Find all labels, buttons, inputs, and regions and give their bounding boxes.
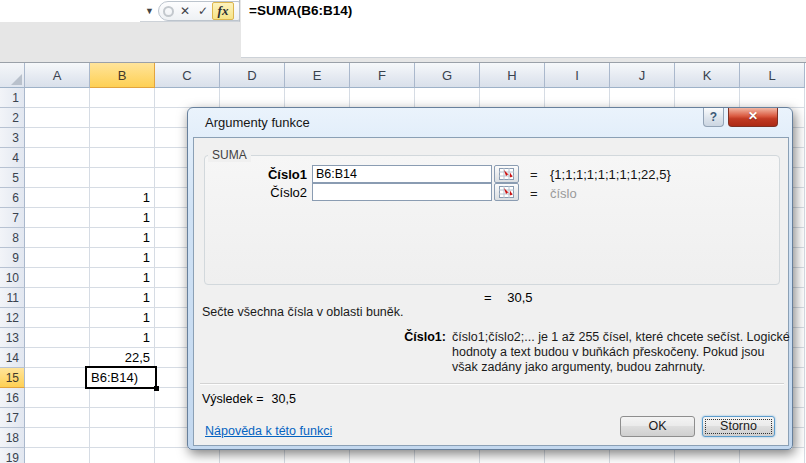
row-header-15[interactable]: 15 <box>0 368 25 388</box>
cell-D19[interactable] <box>220 448 285 463</box>
cell-A2[interactable] <box>25 108 90 128</box>
cell-A16[interactable] <box>25 388 90 408</box>
cell-B18[interactable] <box>90 428 155 448</box>
cell-B17[interactable] <box>90 408 155 428</box>
cell-H1[interactable] <box>480 88 545 108</box>
row-header-2[interactable]: 2 <box>0 108 25 128</box>
cancel-icon[interactable]: ✕ <box>176 2 194 20</box>
cell-K1[interactable] <box>675 88 740 108</box>
cell-B7[interactable]: 1 <box>90 208 155 228</box>
cell-B13[interactable]: 1 <box>90 328 155 348</box>
cancel-button[interactable]: Storno <box>702 416 775 437</box>
row-header-8[interactable]: 8 <box>0 228 25 248</box>
column-header-F[interactable]: F <box>350 63 415 88</box>
cell-E19[interactable] <box>285 448 350 463</box>
arg1-range-select-button[interactable] <box>494 165 519 183</box>
row-header-5[interactable]: 5 <box>0 168 25 188</box>
cell-B12[interactable]: 1 <box>90 308 155 328</box>
cell-B8[interactable]: 1 <box>90 228 155 248</box>
cell-F19[interactable] <box>350 448 415 463</box>
column-header-K[interactable]: K <box>675 63 740 88</box>
cell-A4[interactable] <box>25 148 90 168</box>
help-link[interactable]: Nápověda k této funkci <box>205 424 332 438</box>
column-header-E[interactable]: E <box>285 63 350 88</box>
cell-D1[interactable] <box>220 88 285 108</box>
row-header-19[interactable]: 19 <box>0 448 25 463</box>
arg2-range-select-button[interactable] <box>494 183 519 201</box>
cell-J19[interactable] <box>610 448 675 463</box>
cell-A3[interactable] <box>25 128 90 148</box>
cell-B11[interactable]: 1 <box>90 288 155 308</box>
row-header-14[interactable]: 14 <box>0 348 25 368</box>
cell-B5[interactable] <box>90 168 155 188</box>
cell-B10[interactable]: 1 <box>90 268 155 288</box>
cell-G1[interactable] <box>415 88 480 108</box>
formula-input[interactable]: =SUMA(B6:B14) <box>241 0 806 58</box>
column-header-A[interactable]: A <box>25 63 90 88</box>
arg2-input[interactable] <box>312 183 492 201</box>
cell-B6[interactable]: 1 <box>90 188 155 208</box>
dialog-help-button[interactable]: ? <box>703 108 724 127</box>
cell-B9[interactable]: 1 <box>90 248 155 268</box>
cell-A17[interactable] <box>25 408 90 428</box>
dialog-close-button[interactable]: ✕ <box>728 108 778 127</box>
cell-B19[interactable] <box>90 448 155 463</box>
row-header-3[interactable]: 3 <box>0 128 25 148</box>
cell-B16[interactable] <box>90 388 155 408</box>
cell-C19[interactable] <box>155 448 220 463</box>
column-header-C[interactable]: C <box>155 63 220 88</box>
row-header-7[interactable]: 7 <box>0 208 25 228</box>
cell-E1[interactable] <box>285 88 350 108</box>
cell-I19[interactable] <box>545 448 610 463</box>
cell-F1[interactable] <box>350 88 415 108</box>
cell-A7[interactable] <box>25 208 90 228</box>
cell-B4[interactable] <box>90 148 155 168</box>
name-box-dropdown-icon[interactable]: ▼ <box>141 0 158 22</box>
cell-A9[interactable] <box>25 248 90 268</box>
column-header-B[interactable]: B <box>90 63 155 88</box>
row-header-4[interactable]: 4 <box>0 148 25 168</box>
cell-A1[interactable] <box>25 88 90 108</box>
row-header-12[interactable]: 12 <box>0 308 25 328</box>
cell-L1[interactable] <box>740 88 805 108</box>
cell-B2[interactable] <box>90 108 155 128</box>
cell-G19[interactable] <box>415 448 480 463</box>
cell-L19[interactable] <box>740 448 805 463</box>
name-box[interactable] <box>0 0 140 22</box>
active-cell-editor[interactable]: B6:B14) <box>85 366 157 389</box>
column-header-G[interactable]: G <box>415 63 480 88</box>
cell-I1[interactable] <box>545 88 610 108</box>
column-header-L[interactable]: L <box>740 63 805 88</box>
row-header-17[interactable]: 17 <box>0 408 25 428</box>
cell-A15[interactable] <box>25 368 90 388</box>
row-header-1[interactable]: 1 <box>0 88 25 108</box>
cell-C1[interactable] <box>155 88 220 108</box>
insert-function-button[interactable]: fx <box>212 2 234 20</box>
cell-A11[interactable] <box>25 288 90 308</box>
cell-A19[interactable] <box>25 448 90 463</box>
cell-A6[interactable] <box>25 188 90 208</box>
fill-handle[interactable] <box>154 386 159 391</box>
cell-A12[interactable] <box>25 308 90 328</box>
cell-A8[interactable] <box>25 228 90 248</box>
column-header-H[interactable]: H <box>480 63 545 88</box>
cell-K19[interactable] <box>675 448 740 463</box>
cell-B3[interactable] <box>90 128 155 148</box>
cell-J1[interactable] <box>610 88 675 108</box>
column-header-D[interactable]: D <box>220 63 285 88</box>
cell-A14[interactable] <box>25 348 90 368</box>
row-header-6[interactable]: 6 <box>0 188 25 208</box>
ok-button[interactable]: OK <box>620 416 695 437</box>
cell-B14[interactable]: 22,5 <box>90 348 155 368</box>
enter-icon[interactable]: ✓ <box>194 2 212 20</box>
row-header-13[interactable]: 13 <box>0 328 25 348</box>
cell-A10[interactable] <box>25 268 90 288</box>
cell-A18[interactable] <box>25 428 90 448</box>
arg1-input[interactable] <box>312 165 492 183</box>
cell-A5[interactable] <box>25 168 90 188</box>
row-header-10[interactable]: 10 <box>0 268 25 288</box>
cell-A13[interactable] <box>25 328 90 348</box>
row-header-11[interactable]: 11 <box>0 288 25 308</box>
row-header-9[interactable]: 9 <box>0 248 25 268</box>
column-header-I[interactable]: I <box>545 63 610 88</box>
